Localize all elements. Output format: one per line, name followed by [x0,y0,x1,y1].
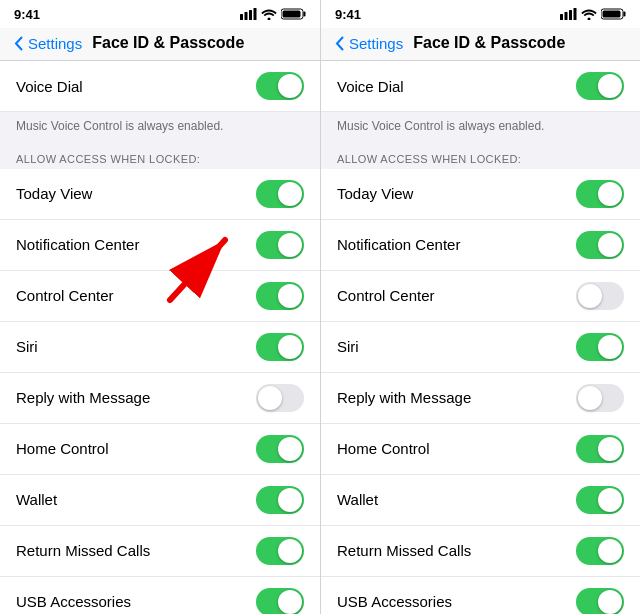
notification-center-toggle-left[interactable] [256,231,304,259]
wallet-row-left: Wallet [0,475,320,526]
time-right: 9:41 [335,7,361,22]
notification-center-label-right: Notification Center [337,236,460,253]
siri-label-right: Siri [337,338,359,355]
notification-center-toggle-right[interactable] [576,231,624,259]
control-center-toggle-right[interactable] [576,282,624,310]
left-panel: 9:41 Settings [0,0,320,614]
reply-message-label-left: Reply with Message [16,389,150,406]
settings-list-right: Today View Notification Center Control C… [321,169,640,614]
chevron-left-icon-right [335,36,344,51]
reply-message-label-right: Reply with Message [337,389,471,406]
today-view-row-left: Today View [0,169,320,220]
return-missed-calls-toggle-left[interactable] [256,537,304,565]
svg-rect-11 [569,10,572,20]
page-title-right: Face ID & Passcode [413,34,565,52]
svg-rect-14 [624,12,626,17]
voice-dial-row-right: Voice Dial [321,61,640,112]
wallet-row-right: Wallet [321,475,640,526]
signal-icon-left [240,8,257,20]
control-center-label-left: Control Center [16,287,114,304]
return-missed-calls-row-right: Return Missed Calls [321,526,640,577]
usb-accessories-row-right: USB Accessories [321,577,640,614]
back-button-right[interactable]: Settings [335,35,403,52]
svg-rect-3 [254,8,257,20]
usb-accessories-label-left: USB Accessories [16,593,131,610]
return-missed-calls-label-right: Return Missed Calls [337,542,471,559]
control-center-row-left: Control Center [0,271,320,322]
today-view-label-left: Today View [16,185,92,202]
today-view-label-right: Today View [337,185,413,202]
back-button-left[interactable]: Settings [14,35,82,52]
svg-rect-0 [240,14,243,20]
wallet-label-left: Wallet [16,491,57,508]
usb-accessories-toggle-left[interactable] [256,588,304,614]
usb-accessories-toggle-right[interactable] [576,588,624,614]
return-missed-calls-row-left: Return Missed Calls [0,526,320,577]
battery-icon-left [281,8,306,20]
voice-dial-toggle-right[interactable] [576,72,624,100]
notification-center-row-right: Notification Center [321,220,640,271]
notification-center-label-left: Notification Center [16,236,139,253]
svg-rect-1 [245,12,248,20]
content-right: Voice Dial Music Voice Control is always… [321,61,640,614]
svg-rect-5 [304,12,306,17]
status-icons-left [240,8,306,20]
svg-rect-9 [560,14,563,20]
reply-message-toggle-right[interactable] [576,384,624,412]
svg-rect-6 [283,11,301,18]
wifi-icon-left [261,8,277,20]
reply-message-row-left: Reply with Message [0,373,320,424]
wallet-toggle-right[interactable] [576,486,624,514]
signal-icon-right [560,8,577,20]
voice-control-note-right: Music Voice Control is always enabled. [321,112,640,145]
time-left: 9:41 [14,7,40,22]
usb-accessories-label-right: USB Accessories [337,593,452,610]
page-title-left: Face ID & Passcode [92,34,244,52]
wallet-toggle-left[interactable] [256,486,304,514]
return-missed-calls-toggle-right[interactable] [576,537,624,565]
control-center-label-right: Control Center [337,287,435,304]
siri-label-left: Siri [16,338,38,355]
control-center-row-right: Control Center [321,271,640,322]
wallet-label-right: Wallet [337,491,378,508]
home-control-label-right: Home Control [337,440,430,457]
siri-toggle-left[interactable] [256,333,304,361]
status-icons-right [560,8,626,20]
home-control-toggle-left[interactable] [256,435,304,463]
svg-rect-12 [574,8,577,20]
today-view-toggle-right[interactable] [576,180,624,208]
wifi-icon-right [581,8,597,20]
home-control-label-left: Home Control [16,440,109,457]
svg-rect-10 [565,12,568,20]
svg-rect-2 [249,10,252,20]
settings-list-left: Today View Notification Center Control C… [0,169,320,614]
usb-accessories-row-left: USB Accessories [0,577,320,614]
voice-dial-toggle-left[interactable] [256,72,304,100]
home-control-row-right: Home Control [321,424,640,475]
nav-bar-right: Settings Face ID & Passcode [321,28,640,61]
voice-dial-row-left: Voice Dial [0,61,320,112]
right-panel: 9:41 Settings [320,0,640,614]
allow-header-left: ALLOW ACCESS WHEN LOCKED: [0,145,320,169]
battery-icon-right [601,8,626,20]
siri-row-left: Siri [0,322,320,373]
reply-message-toggle-left[interactable] [256,384,304,412]
control-center-toggle-left[interactable] [256,282,304,310]
reply-message-row-right: Reply with Message [321,373,640,424]
return-missed-calls-label-left: Return Missed Calls [16,542,150,559]
voice-dial-label-left: Voice Dial [16,78,83,95]
home-control-row-left: Home Control [0,424,320,475]
status-bar-left: 9:41 [0,0,320,28]
home-control-toggle-right[interactable] [576,435,624,463]
back-label-right: Settings [349,35,403,52]
chevron-left-icon-left [14,36,23,51]
voice-dial-label-right: Voice Dial [337,78,404,95]
nav-bar-left: Settings Face ID & Passcode [0,28,320,61]
siri-toggle-right[interactable] [576,333,624,361]
today-view-toggle-left[interactable] [256,180,304,208]
siri-row-right: Siri [321,322,640,373]
allow-header-right: ALLOW ACCESS WHEN LOCKED: [321,145,640,169]
voice-control-note-left: Music Voice Control is always enabled. [0,112,320,145]
content-left: Voice Dial Music Voice Control is always… [0,61,320,614]
notification-center-row-left: Notification Center [0,220,320,271]
